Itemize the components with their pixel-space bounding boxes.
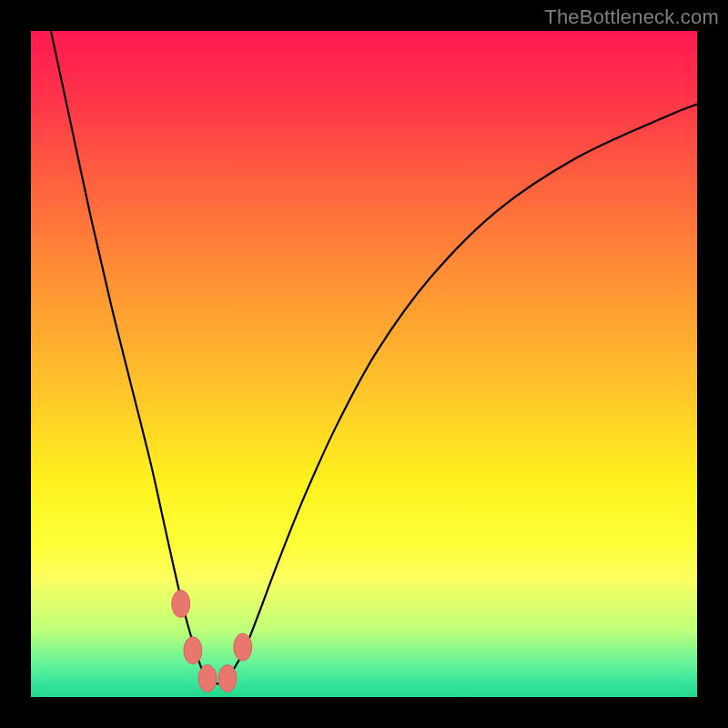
markers-group — [172, 591, 252, 693]
marker-bottom-left — [198, 665, 217, 693]
marker-right — [234, 633, 252, 661]
watermark-text: TheBottleneck.com — [544, 5, 719, 29]
marker-bottom-right — [218, 665, 237, 693]
chart-svg — [31, 31, 697, 697]
marker-left-lower — [184, 637, 202, 664]
bottleneck-curve — [51, 31, 697, 683]
marker-left-upper — [172, 591, 190, 618]
chart-frame: TheBottleneck.com — [0, 0, 728, 728]
plot-area — [31, 31, 697, 697]
